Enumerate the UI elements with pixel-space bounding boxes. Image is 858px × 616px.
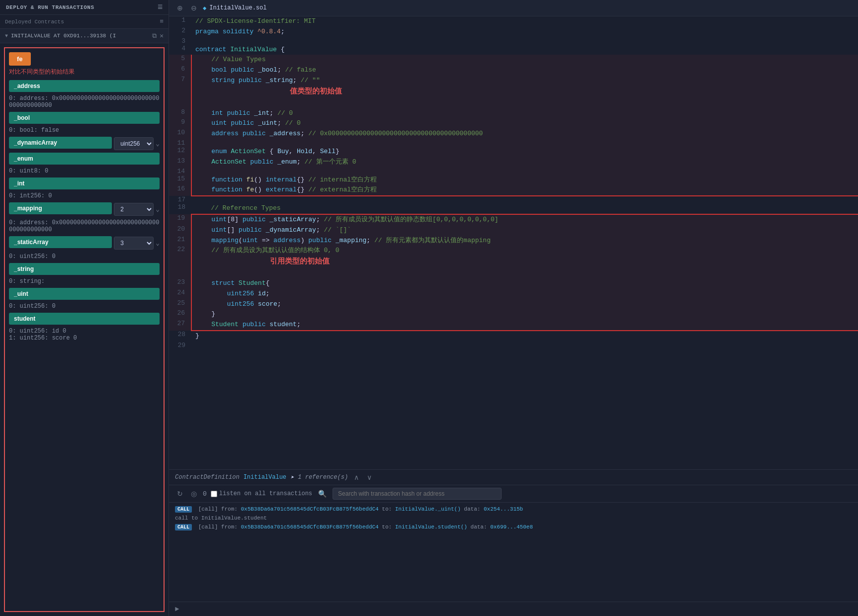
bottom-expand-arrow[interactable]: ► xyxy=(169,602,858,616)
code-area[interactable]: 1 // SPDX-License-Identifier: MIT 2 prag… xyxy=(169,16,858,469)
uint-function-button[interactable]: _uint xyxy=(9,288,160,300)
tx-row-2: call to InitialValue.student xyxy=(169,514,858,523)
file-tab: ◆ InitialValue.sol xyxy=(203,4,266,12)
bool-function-button[interactable]: _bool xyxy=(9,112,160,124)
code-line-24: 24 uint256 id; xyxy=(169,289,858,299)
code-line-6: 6 bool public _bool; // false xyxy=(169,65,858,76)
mapping-chevron-icon: ⌄ xyxy=(156,205,160,213)
contract-instance-name: INITIALVALUE AT 0XD91...39138 (I xyxy=(11,33,149,39)
static-array-chevron-icon: ⌄ xyxy=(156,239,160,247)
tx-detail-3: [call] from: 0x5B38Da6a701c568545dCfcB03… xyxy=(198,524,533,530)
copy-address-icon[interactable]: ⧉ xyxy=(152,32,157,40)
code-line-12: 12 enum ActionSet { Buy, Hold, Sell} xyxy=(169,147,858,157)
deployed-expand-icon[interactable]: ≡ xyxy=(160,18,164,25)
contract-header: ▼ INITIALVALUE AT 0XD91...39138 (I ⧉ ✕ xyxy=(0,29,169,43)
zoom-in-icon[interactable]: ⊕ xyxy=(175,3,185,13)
static-array-result: 0: uint256: 0 xyxy=(9,252,160,263)
call-badge-3: CALL xyxy=(175,524,192,530)
code-line-26: 26 } xyxy=(169,309,858,320)
static-array-button[interactable]: _staticArray xyxy=(9,236,112,248)
address-function-button[interactable]: _address xyxy=(9,80,160,92)
zoom-out-icon[interactable]: ⊖ xyxy=(189,3,199,13)
enum-result: 0: uint8: 0 xyxy=(9,167,160,177)
listen-all-label: listen on all transactions xyxy=(211,490,312,497)
code-line-19: 19 uint[8] public _staticArray; // 所有成员设… xyxy=(169,214,858,225)
student-result: 0: uint256: id 01: uint256: score 0 xyxy=(9,327,160,345)
search-bar: ↻ ◎ 0 listen on all transactions 🔍 xyxy=(169,485,858,502)
deployed-label: Deployed Contracts xyxy=(5,19,64,25)
tx-row-3: CALL [call] from: 0x5B38Da6a701c568545dC… xyxy=(169,523,858,531)
right-panel: ⊕ ⊖ ◆ InitialValue.sol 1 // SPDX-License… xyxy=(169,0,858,616)
fe-button[interactable]: fe xyxy=(9,52,31,66)
refs-up-icon[interactable]: ∧ xyxy=(352,472,361,482)
code-line-23: 23 struct Student{ xyxy=(169,278,858,289)
listen-label-text: listen on all transactions xyxy=(219,490,312,497)
contract-body: fe 对比不同类型的初始结果 _address 0: address: 0x00… xyxy=(4,47,165,612)
code-table: 1 // SPDX-License-Identifier: MIT 2 prag… xyxy=(169,16,858,349)
mapping-row: _mapping 2 ⌄ xyxy=(9,202,160,216)
left-panel: DEPLOY & RUN TRANSACTIONS ☰ Deployed Con… xyxy=(0,0,169,616)
mapping-result: 0: address: 0x00000000000000000000000000… xyxy=(9,218,160,236)
transaction-log: CALL [call] from: 0x5B38Da6a701c568545dC… xyxy=(169,502,858,602)
code-line-9: 9 uint public _uint; // 0 xyxy=(169,118,858,129)
code-line-17: 17 xyxy=(169,196,858,203)
code-line-18: 18 // Reference Types xyxy=(169,203,858,214)
filename: InitialValue.sol xyxy=(209,4,266,11)
solidity-icon: ◆ xyxy=(203,4,206,12)
panel-header: DEPLOY & RUN TRANSACTIONS ☰ xyxy=(0,0,169,15)
tx-detail-1: [call] from: 0x5B38Da6a701c568545dCfcB03… xyxy=(198,506,523,512)
dynamic-array-dropdown[interactable]: uint256 xyxy=(114,137,154,150)
contract-def-name: InitialValue xyxy=(244,474,286,481)
panel-menu-icon[interactable]: ☰ xyxy=(158,4,163,10)
int-function-button[interactable]: _int xyxy=(9,177,160,189)
enum-function-button[interactable]: _enum xyxy=(9,153,160,165)
dynamic-array-button[interactable]: _dynamicArray xyxy=(9,137,112,149)
contract-def-bar: ContractDefinition InitialValue ➤ 1 refe… xyxy=(169,469,858,485)
refresh-icon[interactable]: ↻ xyxy=(175,489,185,499)
listen-all-checkbox[interactable] xyxy=(211,491,217,497)
code-line-5: 5 // Value Types xyxy=(169,55,858,65)
code-line-16: 16 function fe() external{} // external空… xyxy=(169,185,858,196)
code-line-10: 10 address public _address; // 0x0000000… xyxy=(169,129,858,139)
code-line-21: 21 mapping(uint => address) public _mapp… xyxy=(169,236,858,246)
code-line-20: 20 uint[] public _dynamicArray; // `[]` xyxy=(169,225,858,236)
static-array-row: _staticArray 3 ⌄ xyxy=(9,236,160,250)
code-line-3: 3 xyxy=(169,37,858,45)
int-result: 0: int256: 0 xyxy=(9,191,160,202)
tx-search-input[interactable] xyxy=(333,488,502,500)
contract-def-label: ContractDefinition xyxy=(175,474,240,481)
refs-count: 1 reference(s) xyxy=(298,474,348,481)
close-contract-icon[interactable]: ✕ xyxy=(160,32,164,40)
chevron-down-icon: ⌄ xyxy=(156,140,160,148)
code-line-29: 29 xyxy=(169,342,858,349)
clear-icon[interactable]: ◎ xyxy=(189,489,199,499)
code-line-22: 22 // 所有成员设为其默认认值的结构体 0, 0 引用类型的初始值 xyxy=(169,246,858,278)
code-line-25: 25 uint256 score; xyxy=(169,299,858,310)
student-function-button[interactable]: student xyxy=(9,313,160,325)
annotation-text: 对比不同类型的初始结果 xyxy=(9,68,160,76)
code-line-28: 28 } xyxy=(169,331,858,342)
uint-result: 0: uint256: 0 xyxy=(9,302,160,313)
code-line-1: 1 // SPDX-License-Identifier: MIT xyxy=(169,16,858,27)
editor-header: ⊕ ⊖ ◆ InitialValue.sol xyxy=(169,0,858,16)
code-line-27: 27 Student public student; xyxy=(169,320,858,331)
tx-row-1: CALL [call] from: 0x5B38Da6a701c568545dC… xyxy=(169,505,858,514)
refs-down-icon[interactable]: ∨ xyxy=(365,472,374,482)
string-function-button[interactable]: _string xyxy=(9,263,160,275)
code-line-8: 8 int public _int; // 0 xyxy=(169,108,858,119)
deployed-section: Deployed Contracts ≡ xyxy=(0,15,169,29)
code-line-13: 13 ActionSet public _enum; // 第一个元素 0 xyxy=(169,157,858,168)
tx-count: 0 xyxy=(203,490,207,498)
mapping-dropdown[interactable]: 2 xyxy=(114,203,154,216)
code-line-7: 7 string public _string; // "" 值类型的初始值 xyxy=(169,76,858,108)
bool-result: 0: bool: false xyxy=(9,126,160,137)
tx-detail-2: call to InitialValue.student xyxy=(175,515,267,521)
call-badge-1: CALL xyxy=(175,506,192,513)
mapping-button[interactable]: _mapping xyxy=(9,202,112,214)
panel-title: DEPLOY & RUN TRANSACTIONS xyxy=(6,4,94,10)
static-array-dropdown[interactable]: 3 xyxy=(114,237,154,250)
contract-collapse-arrow[interactable]: ▼ xyxy=(5,33,8,39)
search-icon[interactable]: 🔍 xyxy=(316,489,329,499)
code-line-11: 11 xyxy=(169,139,858,147)
address-result: 0: address: 0x00000000000000000000000000… xyxy=(9,94,160,112)
